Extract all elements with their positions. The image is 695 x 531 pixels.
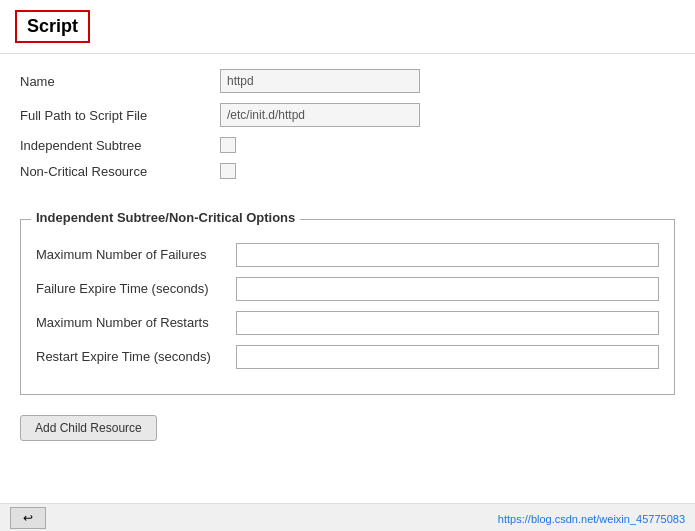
restart-expire-row: Restart Expire Time (seconds)	[36, 345, 659, 369]
max-failures-row: Maximum Number of Failures	[36, 243, 659, 267]
independent-subtree-label: Independent Subtree	[20, 138, 220, 153]
path-row: Full Path to Script File	[20, 103, 675, 127]
failure-expire-input[interactable]	[236, 277, 659, 301]
add-child-button[interactable]: Add Child Resource	[20, 415, 157, 441]
max-restarts-row: Maximum Number of Restarts	[36, 311, 659, 335]
max-failures-label: Maximum Number of Failures	[36, 246, 236, 264]
path-input[interactable]	[220, 103, 420, 127]
max-failures-input[interactable]	[236, 243, 659, 267]
name-input[interactable]	[220, 69, 420, 93]
non-critical-checkbox[interactable]	[220, 163, 236, 179]
options-content: Maximum Number of Failures Failure Expir…	[36, 243, 659, 369]
non-critical-row: Non-Critical Resource	[20, 163, 675, 179]
bottom-bar: ↩ https://blog.csdn.net/weixin_45775083	[0, 503, 695, 531]
bottom-button[interactable]: ↩	[10, 507, 46, 529]
path-label: Full Path to Script File	[20, 108, 220, 123]
non-critical-label: Non-Critical Resource	[20, 164, 220, 179]
main-container: Script Name Full Path to Script File Ind…	[0, 0, 695, 531]
failure-expire-row: Failure Expire Time (seconds)	[36, 277, 659, 301]
restart-expire-label: Restart Expire Time (seconds)	[36, 348, 236, 366]
name-label: Name	[20, 74, 220, 89]
options-group: Independent Subtree/Non-Critical Options…	[20, 219, 675, 395]
page-header: Script	[0, 0, 695, 54]
name-row: Name	[20, 69, 675, 93]
page-title: Script	[15, 10, 90, 43]
independent-subtree-row: Independent Subtree	[20, 137, 675, 153]
failure-expire-label: Failure Expire Time (seconds)	[36, 280, 236, 298]
independent-subtree-checkbox[interactable]	[220, 137, 236, 153]
max-restarts-input[interactable]	[236, 311, 659, 335]
form-area: Name Full Path to Script File Independen…	[0, 54, 695, 204]
max-restarts-label: Maximum Number of Restarts	[36, 314, 236, 332]
options-legend: Independent Subtree/Non-Critical Options	[31, 210, 300, 225]
restart-expire-input[interactable]	[236, 345, 659, 369]
footer-link: https://blog.csdn.net/weixin_45775083	[498, 513, 685, 525]
